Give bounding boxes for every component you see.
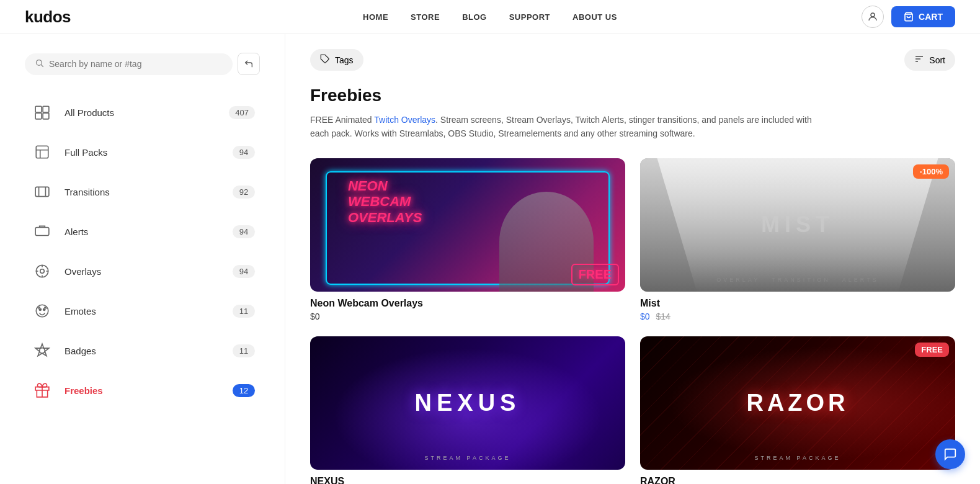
nav-blog[interactable]: BLOG bbox=[462, 12, 487, 22]
overlays-label: Overlays bbox=[65, 266, 223, 277]
overlays-icon bbox=[30, 259, 55, 284]
search-bar bbox=[25, 53, 260, 75]
emotes-count: 11 bbox=[233, 305, 255, 318]
product-card-nexus[interactable]: NEXUS STREAM PACKAGE NEXUS bbox=[310, 336, 625, 484]
svg-point-14 bbox=[39, 308, 41, 310]
cart-label: CART bbox=[919, 12, 943, 22]
full-packs-icon bbox=[30, 140, 55, 164]
product-image-razor: RAZOR STREAM PACKAGE FREE bbox=[640, 336, 955, 470]
svg-line-3 bbox=[41, 65, 43, 66]
main-nav: HOME STORE BLOG SUPPORT ABOUT US bbox=[363, 12, 617, 22]
svg-rect-4 bbox=[35, 106, 42, 112]
nav-support[interactable]: SUPPORT bbox=[509, 12, 550, 22]
product-image-mist: MIST OVERLAY TRANSITION ALERTS -100% bbox=[640, 158, 955, 292]
sidebar-item-freebies[interactable]: Freebies 12 bbox=[25, 370, 260, 410]
tags-label: Tags bbox=[335, 55, 354, 65]
nav-about[interactable]: ABOUT US bbox=[572, 12, 617, 22]
product-card-neon-webcam[interactable]: NEONWEBCAMOVERLAYS FREE Neon Webcam Over… bbox=[310, 158, 625, 321]
transitions-count: 92 bbox=[233, 186, 255, 199]
emotes-label: Emotes bbox=[65, 306, 223, 316]
nav-store[interactable]: STORE bbox=[411, 12, 440, 22]
alerts-count: 94 bbox=[233, 225, 255, 238]
svg-rect-10 bbox=[35, 228, 49, 236]
main-layout: All Products 407 Full Packs 94 Transitio… bbox=[0, 34, 980, 484]
sort-icon bbox=[914, 54, 924, 66]
header: kudos HOME STORE BLOG SUPPORT ABOUT US C… bbox=[0, 0, 980, 34]
overlays-count: 94 bbox=[233, 265, 255, 278]
sidebar-item-full-packs[interactable]: Full Packs 94 bbox=[25, 132, 260, 172]
svg-rect-5 bbox=[43, 106, 49, 112]
sidebar-item-all-products[interactable]: All Products 407 bbox=[25, 92, 260, 132]
product-price-mist: $0 $14 bbox=[640, 311, 955, 321]
search-icon bbox=[35, 58, 44, 70]
svg-point-15 bbox=[43, 308, 45, 310]
svg-rect-6 bbox=[35, 113, 42, 119]
sidebar-item-transitions[interactable]: Transitions 92 bbox=[25, 172, 260, 212]
sidebar: All Products 407 Full Packs 94 Transitio… bbox=[0, 34, 285, 484]
sidebar-item-overlays[interactable]: Overlays 94 bbox=[25, 251, 260, 291]
all-products-icon bbox=[30, 100, 55, 125]
badges-label: Badges bbox=[65, 346, 223, 356]
full-packs-label: Full Packs bbox=[65, 147, 223, 158]
product-price-neon-webcam: $0 bbox=[310, 311, 625, 321]
sort-label: Sort bbox=[929, 55, 945, 65]
emotes-icon bbox=[30, 298, 55, 323]
cart-button[interactable]: CART bbox=[891, 6, 955, 27]
content-toolbar: Tags Sort bbox=[310, 49, 955, 71]
badges-icon bbox=[30, 338, 55, 363]
account-button[interactable] bbox=[862, 6, 884, 28]
product-name-nexus: NEXUS bbox=[310, 476, 625, 484]
products-grid: NEONWEBCAMOVERLAYS FREE Neon Webcam Over… bbox=[310, 158, 955, 484]
full-packs-count: 94 bbox=[233, 146, 255, 159]
svg-point-0 bbox=[871, 13, 875, 17]
svg-point-16 bbox=[40, 348, 45, 354]
svg-point-2 bbox=[37, 60, 42, 65]
product-card-mist[interactable]: MIST OVERLAY TRANSITION ALERTS -100% Mis… bbox=[640, 158, 955, 321]
tags-button[interactable]: Tags bbox=[310, 49, 363, 71]
svg-rect-7 bbox=[43, 113, 49, 119]
product-image-neon-webcam: NEONWEBCAMOVERLAYS FREE bbox=[310, 158, 625, 292]
product-card-razor[interactable]: RAZOR STREAM PACKAGE FREE RAZOR bbox=[640, 336, 955, 484]
sort-button[interactable]: Sort bbox=[904, 49, 955, 71]
alerts-label: Alerts bbox=[65, 226, 223, 237]
tag-icon bbox=[320, 54, 330, 66]
svg-rect-9 bbox=[35, 187, 49, 196]
nav-home[interactable]: HOME bbox=[363, 12, 388, 22]
section-description: FREE Animated Twitch Overlays. Stream sc… bbox=[310, 113, 819, 141]
search-input[interactable] bbox=[49, 59, 223, 69]
header-actions: CART bbox=[862, 6, 955, 28]
transitions-icon bbox=[30, 179, 55, 204]
search-input-wrap[interactable] bbox=[25, 53, 233, 75]
product-name-razor: RAZOR bbox=[640, 476, 955, 484]
freebies-label: Freebies bbox=[65, 385, 223, 396]
back-button[interactable] bbox=[238, 53, 260, 75]
sidebar-item-alerts[interactable]: Alerts 94 bbox=[25, 212, 260, 251]
all-products-count: 407 bbox=[229, 106, 255, 119]
all-products-label: All Products bbox=[65, 107, 219, 118]
razor-free-badge: FREE bbox=[915, 343, 949, 357]
freebies-icon bbox=[30, 378, 55, 403]
product-name-neon-webcam: Neon Webcam Overlays bbox=[310, 298, 625, 309]
freebies-count: 12 bbox=[233, 384, 255, 397]
product-name-mist: Mist bbox=[640, 298, 955, 309]
sidebar-item-badges[interactable]: Badges 11 bbox=[25, 331, 260, 370]
content-area: Tags Sort Freebies FREE Animated Twitch … bbox=[285, 34, 980, 484]
section-title: Freebies bbox=[310, 86, 955, 105]
mist-discount-badge: -100% bbox=[913, 164, 949, 179]
product-image-nexus: NEXUS STREAM PACKAGE bbox=[310, 336, 625, 470]
sidebar-item-emotes[interactable]: Emotes 11 bbox=[25, 291, 260, 331]
svg-point-12 bbox=[40, 269, 45, 274]
svg-rect-8 bbox=[36, 146, 48, 158]
badges-count: 11 bbox=[233, 344, 255, 357]
chat-button[interactable] bbox=[935, 439, 965, 469]
logo: kudos bbox=[25, 7, 71, 27]
alerts-icon bbox=[30, 219, 55, 244]
transitions-label: Transitions bbox=[65, 187, 223, 197]
twitch-overlays-link[interactable]: Twitch Overlays bbox=[374, 115, 435, 125]
